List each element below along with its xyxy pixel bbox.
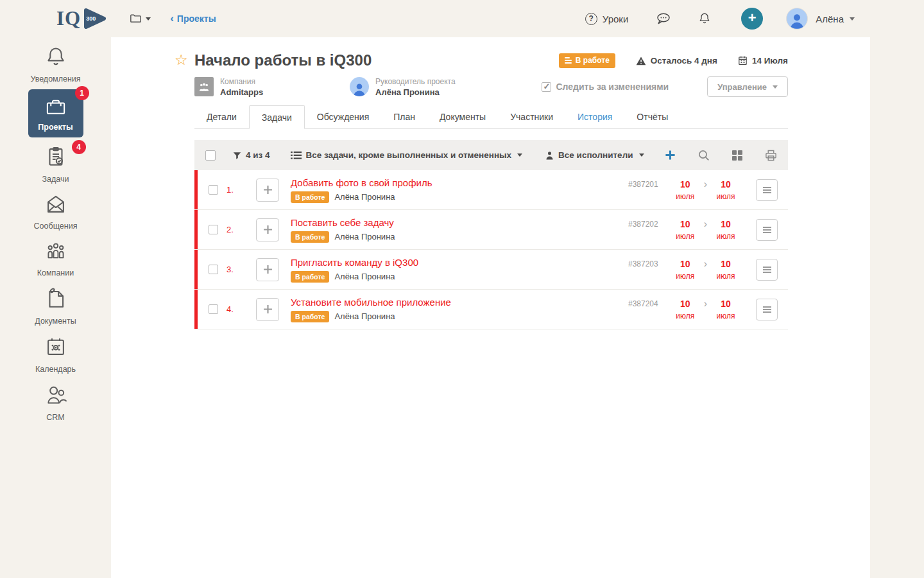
add-task-button[interactable] <box>665 150 676 161</box>
task-end-date[interactable]: 10 июля <box>712 219 740 241</box>
task-title-link[interactable]: Поставить себе задачу <box>291 217 395 228</box>
task-row: 2. Поставить себе задачу В работе Алёна … <box>194 210 788 250</box>
sidebar-item-projects[interactable]: 1 Проекты <box>28 89 83 137</box>
plus-icon <box>263 265 273 274</box>
end-month: июля <box>712 272 740 281</box>
start-day: 10 <box>671 259 699 269</box>
logo-play-icon: 300 <box>81 7 107 30</box>
follow-changes-toggle[interactable]: Следить за изменениями <box>542 82 669 92</box>
tab-details[interactable]: Детали <box>194 105 249 129</box>
print-button[interactable] <box>765 150 777 161</box>
manage-button[interactable]: Управление <box>707 76 788 97</box>
date-chevron-icon: › <box>704 258 707 270</box>
task-id: #387203 <box>628 259 658 268</box>
sidebar-item-companies[interactable]: Компании <box>21 235 91 281</box>
task-assignee: Алёна Пронина <box>334 232 395 241</box>
folder-menu-button[interactable] <box>129 12 151 26</box>
add-subtask-button[interactable] <box>256 298 279 321</box>
task-assignee: Алёна Пронина <box>334 311 395 321</box>
tasks-badge: 4 <box>72 140 86 154</box>
sidebar-item-notifications[interactable]: Уведомления <box>21 41 91 87</box>
task-title-link[interactable]: Установите мобильное приложение <box>291 297 451 308</box>
add-subtask-button[interactable] <box>256 218 279 241</box>
task-filter-dropdown[interactable]: Все задачи, кроме выполненных и отмененн… <box>291 150 523 160</box>
task-status-badge: В работе <box>291 231 329 243</box>
follow-label: Следить за изменениями <box>556 82 669 92</box>
favorite-star-icon[interactable]: ☆ <box>175 51 188 69</box>
tab-discussions[interactable]: Обсуждения <box>305 105 381 129</box>
assignee-filter-dropdown[interactable]: Все исполнители <box>545 150 644 160</box>
end-day: 10 <box>712 299 740 309</box>
task-start-date[interactable]: 10 июля <box>671 179 699 201</box>
hamburger-icon <box>763 269 771 270</box>
funnel-icon <box>233 151 241 160</box>
company-avatar <box>194 77 214 96</box>
user-name[interactable]: Алёна <box>816 13 844 24</box>
task-checkbox[interactable] <box>209 265 218 274</box>
topbar: IQ 300 ‹ Проекты ? Уроки + Алёна <box>0 0 924 37</box>
chevron-left-icon: ‹ <box>170 14 174 23</box>
warning-icon <box>636 56 646 66</box>
task-end-date[interactable]: 10 июля <box>712 259 740 281</box>
chevron-down-icon <box>517 153 522 157</box>
task-title-link[interactable]: Добавить фото в свой профиль <box>291 177 432 188</box>
follow-checkbox[interactable] <box>542 82 551 92</box>
task-checkbox[interactable] <box>209 225 218 234</box>
envelope-icon <box>44 192 68 219</box>
task-count: 4 из 4 <box>233 150 270 160</box>
sidebar-item-crm[interactable]: CRM <box>21 378 91 425</box>
people-group-icon <box>44 239 68 266</box>
task-start-date[interactable]: 10 июля <box>671 259 699 281</box>
task-checkbox[interactable] <box>209 304 218 314</box>
tab-history[interactable]: История <box>565 105 624 129</box>
tab-documents[interactable]: Документы <box>427 105 498 129</box>
task-menu-button[interactable] <box>756 299 778 320</box>
messages-icon[interactable] <box>655 11 672 26</box>
sidebar-item-messages[interactable]: Сообщения <box>21 188 91 234</box>
task-menu-button[interactable] <box>756 259 778 281</box>
end-day: 10 <box>712 179 740 189</box>
tab-tasks[interactable]: Задачи <box>249 105 305 129</box>
create-new-button[interactable]: + <box>741 8 763 30</box>
folder-icon <box>129 12 142 26</box>
task-end-date[interactable]: 10 июля <box>712 299 740 320</box>
grid-view-button[interactable] <box>732 150 742 161</box>
date-chevron-icon: › <box>704 179 707 190</box>
briefcase-icon <box>44 96 68 120</box>
user-avatar[interactable] <box>786 8 808 30</box>
task-menu-button[interactable] <box>756 219 778 241</box>
add-subtask-button[interactable] <box>256 179 279 202</box>
sidebar-item-label: Уведомления <box>30 74 80 83</box>
search-button[interactable] <box>698 150 710 161</box>
task-count-label: 4 из 4 <box>246 150 270 160</box>
task-status-badge: В работе <box>291 271 329 283</box>
select-all-checkbox[interactable] <box>205 150 216 161</box>
breadcrumb[interactable]: ‹ Проекты <box>170 13 216 24</box>
task-checkbox[interactable] <box>209 185 218 195</box>
task-title-link[interactable]: Пригласить команду в iQ300 <box>291 257 418 268</box>
tab-reports[interactable]: Отчёты <box>624 105 680 129</box>
notifications-bell-icon[interactable] <box>697 11 712 26</box>
task-start-date[interactable]: 10 июля <box>671 219 699 241</box>
end-month: июля <box>712 311 740 320</box>
document-icon <box>44 286 68 314</box>
sidebar-item-tasks[interactable]: 4 Задачи <box>21 140 91 187</box>
plus-icon <box>263 185 273 195</box>
user-menu-chevron-icon[interactable] <box>850 17 855 21</box>
task-row: 1. Добавить фото в свой профиль В работе… <box>194 170 788 210</box>
tab-plan[interactable]: План <box>381 105 427 129</box>
tab-members[interactable]: Участники <box>498 105 565 129</box>
task-end-date[interactable]: 10 июля <box>712 179 740 201</box>
iq300-logo[interactable]: IQ 300 <box>56 7 107 30</box>
sidebar-item-documents[interactable]: Документы <box>21 282 91 329</box>
task-status-badge: В работе <box>291 191 329 203</box>
sidebar-item-calendar[interactable]: Календарь <box>21 330 91 377</box>
breadcrumb-label: Проекты <box>177 13 216 24</box>
manager-info: Руководитель проекта Алёна Пронина <box>350 77 456 97</box>
days-remaining-label: Осталось 4 дня <box>651 56 717 66</box>
plus-icon <box>665 150 676 161</box>
task-start-date[interactable]: 10 июля <box>671 299 699 320</box>
add-subtask-button[interactable] <box>256 258 279 281</box>
task-menu-button[interactable] <box>756 179 778 201</box>
lessons-button[interactable]: ? Уроки <box>585 13 628 25</box>
